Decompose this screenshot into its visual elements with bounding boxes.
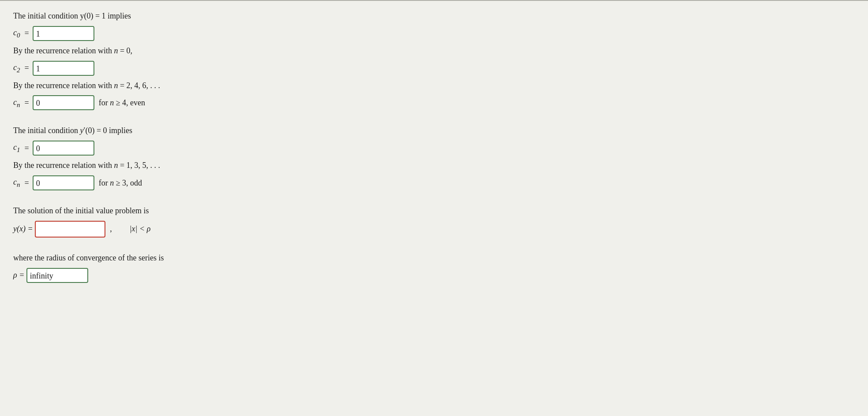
rho-input[interactable]: infinity [26, 268, 88, 283]
cn-even-equals: = [25, 97, 29, 109]
cn-even-for: for n ≥ 4, even [99, 97, 145, 109]
c0-equals: = [25, 27, 29, 40]
section-gap-2 [13, 194, 318, 204]
content-area: The initial condition y(0) = 1 implies c… [9, 10, 318, 283]
c1-line: c1 = 0 [13, 141, 318, 156]
c0-line: c0 = 1 [13, 26, 318, 41]
initial-condition-1-text: The initial condition y(0) = 1 implies [13, 10, 318, 22]
yx-line: y(x) = , |x| < ρ [13, 221, 318, 238]
yx-comma: , [110, 223, 112, 235]
c2-label: c2 [13, 61, 20, 75]
radius-text: where the radius of convergence of the s… [13, 252, 318, 264]
cn-odd-label: cn [13, 176, 20, 190]
c0-label: c0 [13, 26, 20, 41]
cn-even-input[interactable]: 0 [33, 95, 94, 110]
section-gap-3 [13, 241, 318, 252]
recurrence-n0-text: By the recurrence relation with n = 0, [13, 45, 318, 57]
recurrence-n246-text: By the recurrence relation with n = 2, 4… [13, 79, 318, 92]
cn-odd-line: cn = 0 for n ≥ 3, odd [13, 175, 318, 190]
yx-label: y(x) = [13, 223, 35, 235]
recurrence-n135-text: By the recurrence relation with n = 1, 3… [13, 159, 318, 172]
c1-input[interactable]: 0 [33, 141, 94, 156]
cn-odd-for: for n ≥ 3, odd [99, 177, 142, 189]
c0-input[interactable]: 1 [33, 26, 94, 41]
yx-condition: |x| < ρ [130, 223, 151, 235]
c2-input[interactable]: 1 [33, 61, 94, 76]
cn-even-line: cn = 0 for n ≥ 4, even [13, 95, 318, 110]
yx-input[interactable] [35, 221, 105, 238]
rho-label: ρ = [13, 269, 26, 282]
c1-equals: = [25, 142, 29, 155]
initial-condition-1-label: The initial condition y(0) = 1 implies [13, 11, 131, 20]
c1-label: c1 [13, 141, 20, 155]
c2-line: c2 = 1 [13, 61, 318, 76]
c2-equals: = [25, 62, 29, 74]
section-gap-1 [13, 114, 318, 124]
initial-condition-2-text: The initial condition y′(0) = 0 implies [13, 124, 318, 137]
cn-odd-input[interactable]: 0 [33, 175, 94, 190]
page-container: The initial condition y(0) = 1 implies c… [0, 0, 868, 416]
cn-odd-equals: = [25, 177, 29, 189]
cn-even-label: cn [13, 96, 20, 110]
solution-text: The solution of the initial value proble… [13, 204, 318, 217]
rho-line: ρ = infinity [13, 268, 318, 283]
